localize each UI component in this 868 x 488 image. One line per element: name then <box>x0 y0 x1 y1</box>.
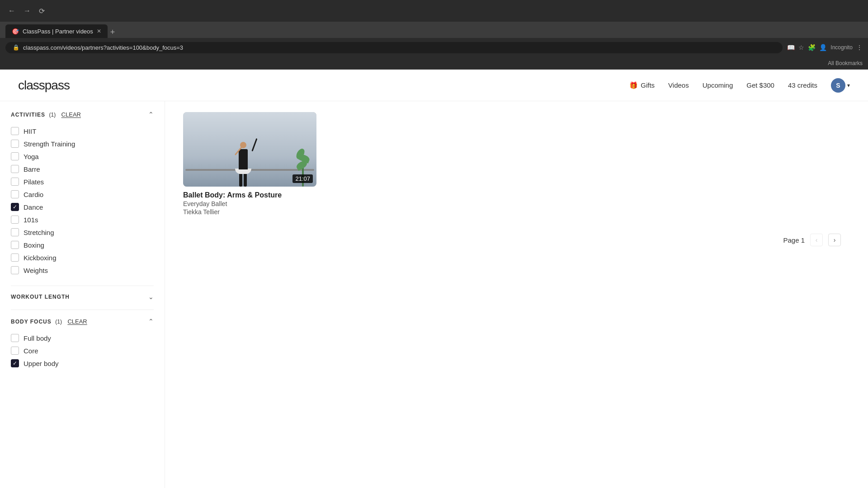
profile-icon[interactable]: 👤 <box>819 44 827 51</box>
gift-icon: 🎁 <box>629 81 638 89</box>
address-bar[interactable]: 🔒 classpass.com/videos/partners?activiti… <box>5 42 783 53</box>
cardio-checkbox[interactable] <box>11 190 19 198</box>
activity-barre[interactable]: Barre <box>11 163 154 175</box>
refresh-button[interactable]: ⟳ <box>36 5 47 17</box>
video-title: Ballet Body: Arms & Posture <box>183 191 316 199</box>
gifts-nav-link[interactable]: 🎁 Gifts <box>629 81 655 89</box>
101s-checkbox[interactable] <box>11 216 19 224</box>
hiit-label: HIIT <box>24 127 36 135</box>
video-studio: Everyday Ballet <box>183 200 316 207</box>
barre-label: Barre <box>24 165 40 173</box>
logo[interactable]: classpass <box>18 78 70 93</box>
yoga-label: Yoga <box>24 153 39 160</box>
core-label: Core <box>24 347 38 355</box>
weights-label: Weights <box>24 267 48 274</box>
activity-hiit[interactable]: HIIT <box>11 125 154 137</box>
kickboxing-label: Kickboxing <box>24 254 57 262</box>
ballet-dancer <box>235 142 251 187</box>
bookmark-icon[interactable]: ☆ <box>798 44 804 51</box>
new-tab-button[interactable]: + <box>110 28 115 37</box>
videos-nav-link[interactable]: Videos <box>668 81 689 89</box>
workout-length-title: WORKOUT LENGTH <box>11 294 70 300</box>
cardio-label: Cardio <box>24 191 43 198</box>
forward-button[interactable]: → <box>21 5 33 17</box>
activities-count: (1) <box>49 112 56 118</box>
body-focus-collapse-button[interactable]: ⌃ <box>148 318 154 325</box>
activities-collapse-button[interactable]: ⌃ <box>148 111 154 118</box>
activity-weights[interactable]: Weights <box>11 264 154 277</box>
main-content: 21:07 Ballet Body: Arms & Posture Everyd… <box>165 101 868 488</box>
activities-title-group: ACTIVITIES (1) CLEAR <box>11 110 81 118</box>
activities-filter-section: ACTIVITIES (1) CLEAR ⌃ HIIT Strength Tra… <box>11 110 154 277</box>
activity-101s[interactable]: 101s <box>11 213 154 226</box>
activity-yoga[interactable]: Yoga <box>11 150 154 163</box>
user-avatar[interactable]: S <box>831 78 845 93</box>
video-duration: 21:07 <box>292 174 313 183</box>
active-tab[interactable]: 🎯 ClassPass | Partner videos ✕ <box>5 24 108 38</box>
body-focus-title: BODY FOCUS <box>11 319 52 325</box>
get300-nav-link[interactable]: Get $300 <box>746 81 774 89</box>
body-focus-title-group: BODY FOCUS (1) CLEAR <box>11 317 87 325</box>
next-page-button[interactable]: › <box>828 234 841 246</box>
user-controls: S ▾ <box>831 78 850 93</box>
boxing-label: Boxing <box>24 241 44 249</box>
upcoming-nav-link[interactable]: Upcoming <box>703 81 733 89</box>
activity-cardio[interactable]: Cardio <box>11 188 154 201</box>
weights-checkbox[interactable] <box>11 266 19 274</box>
back-button[interactable]: ← <box>5 5 18 17</box>
bodyfocus-upper-body[interactable]: Upper body <box>11 357 154 370</box>
pilates-label: Pilates <box>24 178 44 186</box>
activity-pilates[interactable]: Pilates <box>11 175 154 188</box>
sidebar: ACTIVITIES (1) CLEAR ⌃ HIIT Strength Tra… <box>0 101 165 488</box>
credits-badge[interactable]: 43 credits <box>788 81 817 89</box>
activities-filter-header: ACTIVITIES (1) CLEAR ⌃ <box>11 110 154 118</box>
body-focus-clear-button[interactable]: CLEAR <box>67 318 87 325</box>
prev-page-button[interactable]: ‹ <box>810 234 823 246</box>
address-bar-row: 🔒 classpass.com/videos/partners?activiti… <box>0 38 868 57</box>
video-thumbnail[interactable]: 21:07 <box>183 112 316 187</box>
extensions-icon[interactable]: 🧩 <box>808 44 816 51</box>
page-label: Page 1 <box>783 236 805 244</box>
menu-icon[interactable]: ⋮ <box>856 44 863 51</box>
workout-length-filter-section: WORKOUT LENGTH ⌄ <box>11 293 154 300</box>
reader-mode-icon[interactable]: 📖 <box>787 44 795 51</box>
activity-strength-training[interactable]: Strength Training <box>11 137 154 150</box>
bookmarks-link[interactable]: All Bookmarks <box>828 60 863 66</box>
activities-clear-button[interactable]: CLEAR <box>61 111 81 118</box>
activity-stretching[interactable]: Stretching <box>11 226 154 239</box>
strength-training-checkbox[interactable] <box>11 140 19 148</box>
boxing-checkbox[interactable] <box>11 241 19 249</box>
divider-2 <box>11 310 154 310</box>
full-body-checkbox[interactable] <box>11 334 19 342</box>
barre-checkbox[interactable] <box>11 165 19 173</box>
browser-chrome: ← → ⟳ <box>0 0 868 22</box>
upper-body-label: Upper body <box>24 360 59 367</box>
activities-title: ACTIVITIES <box>11 112 45 118</box>
body-focus-filter-section: BODY FOCUS (1) CLEAR ⌃ Full body Core Up… <box>11 317 154 370</box>
dance-label: Dance <box>24 203 43 211</box>
tab-favicon: 🎯 <box>12 28 19 35</box>
full-body-label: Full body <box>24 334 51 342</box>
stretching-checkbox[interactable] <box>11 228 19 236</box>
body-focus-header: BODY FOCUS (1) CLEAR ⌃ <box>11 317 154 325</box>
pilates-checkbox[interactable] <box>11 178 19 186</box>
tab-close-button[interactable]: ✕ <box>97 28 101 34</box>
divider-1 <box>11 286 154 286</box>
activity-kickboxing[interactable]: Kickboxing <box>11 251 154 264</box>
app-header: classpass 🎁 Gifts Videos Upcoming Get $3… <box>0 70 868 101</box>
yoga-checkbox[interactable] <box>11 152 19 160</box>
hiit-checkbox[interactable] <box>11 127 19 135</box>
activity-boxing[interactable]: Boxing <box>11 239 154 251</box>
bodyfocus-core[interactable]: Core <box>11 344 154 357</box>
video-card[interactable]: 21:07 Ballet Body: Arms & Posture Everyd… <box>183 112 316 216</box>
bodyfocus-full-body[interactable]: Full body <box>11 332 154 344</box>
kickboxing-checkbox[interactable] <box>11 253 19 262</box>
activity-dance[interactable]: Dance <box>11 201 154 213</box>
core-checkbox[interactable] <box>11 347 19 355</box>
dance-checkbox[interactable] <box>11 203 19 211</box>
incognito-label: Incognito <box>830 44 853 51</box>
workout-length-expand-button[interactable]: ⌄ <box>148 293 154 300</box>
video-instructor: Tiekka Tellier <box>183 208 316 216</box>
upper-body-checkbox[interactable] <box>11 359 19 367</box>
chevron-down-icon[interactable]: ▾ <box>847 82 850 89</box>
